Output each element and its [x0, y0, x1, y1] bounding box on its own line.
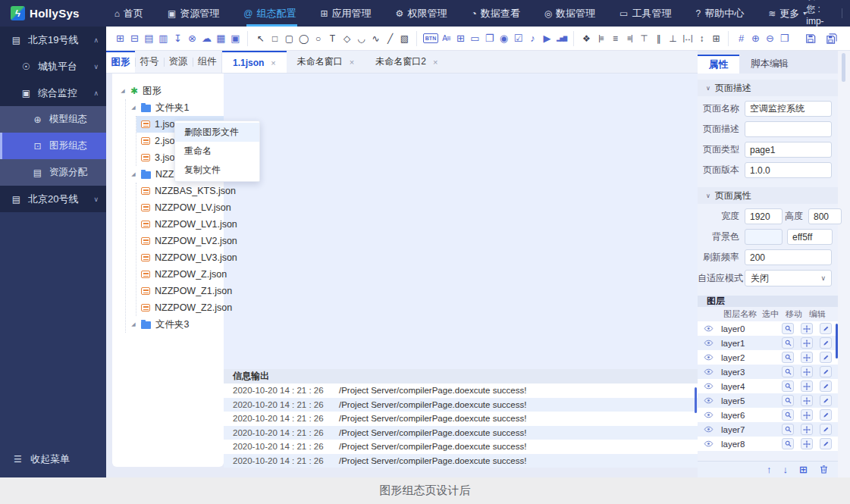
- context-menu-item[interactable]: 复制文件: [175, 161, 259, 180]
- zoom-out-icon[interactable]: ⊖: [764, 31, 776, 46]
- visibility-eye-icon[interactable]: [704, 352, 714, 362]
- align-bottom-icon[interactable]: ⊥: [667, 31, 679, 46]
- sidebar-item-line20[interactable]: ▤ 北京20号线 ∨: [0, 186, 106, 212]
- layer-row[interactable]: layer8: [698, 437, 838, 451]
- tree-file[interactable]: NZZPOW_Z1.json: [136, 283, 224, 299]
- message-scrollbar[interactable]: [695, 387, 697, 413]
- section-page-description[interactable]: ∨ 页面描述: [698, 80, 838, 96]
- tree-file[interactable]: NZZPOW_LV2.json: [136, 233, 224, 249]
- select-cursor-icon[interactable]: ↖: [254, 31, 267, 46]
- file-copy-icon[interactable]: ▣: [229, 31, 242, 46]
- visibility-eye-icon[interactable]: [704, 410, 714, 420]
- tab-symbols[interactable]: 符号: [135, 51, 164, 73]
- page-scrollbar-track[interactable]: [838, 51, 850, 477]
- section-page-properties[interactable]: ∨ 页面属性: [698, 187, 838, 204]
- layer-edit-button[interactable]: [820, 366, 832, 377]
- layer-select-button[interactable]: [782, 409, 794, 421]
- layer-select-button[interactable]: [782, 337, 794, 349]
- visibility-eye-icon[interactable]: [704, 367, 714, 377]
- layer-move-button[interactable]: [801, 438, 813, 449]
- tab-graphics[interactable]: 图形: [106, 51, 135, 73]
- align-top-icon[interactable]: ⊤: [638, 31, 651, 46]
- polygon-tool-icon[interactable]: ◇: [340, 31, 353, 46]
- page-version-input[interactable]: [745, 162, 832, 178]
- context-menu-item[interactable]: 删除图形文件: [175, 123, 259, 142]
- layer-delete-icon[interactable]: [819, 465, 829, 474]
- layer-move-button[interactable]: [801, 395, 813, 406]
- layer-edit-button[interactable]: [820, 380, 832, 392]
- doc-tab-1-1json[interactable]: 1.1json ×: [222, 51, 287, 73]
- tree-file[interactable]: NZZBAS_KTS.json: [136, 183, 224, 199]
- page-desc-input[interactable]: [745, 121, 832, 137]
- tree-file[interactable]: NZZPOW_LV1.json: [136, 216, 224, 233]
- layer-edit-button[interactable]: [820, 337, 832, 349]
- nav-help-center[interactable]: ?帮助中心: [695, 0, 748, 27]
- video-widget-icon[interactable]: ▶: [541, 31, 554, 46]
- align-left-icon[interactable]: |≡: [594, 31, 607, 46]
- visibility-eye-icon[interactable]: [704, 396, 714, 405]
- tree-root[interactable]: ◢ ✱ 图形: [112, 83, 224, 99]
- radio-widget-icon[interactable]: ◉: [497, 31, 510, 46]
- adaptive-mode-select[interactable]: 关闭 ∨: [745, 270, 832, 286]
- checkbox-widget-icon[interactable]: ☑: [512, 31, 525, 46]
- layer-edit-button[interactable]: [820, 409, 832, 421]
- visibility-eye-icon[interactable]: [704, 439, 714, 449]
- layer-move-button[interactable]: [801, 409, 813, 421]
- audio-widget-icon[interactable]: ♪: [526, 31, 539, 46]
- layer-select-button[interactable]: [782, 352, 794, 363]
- layer-row[interactable]: layer0: [698, 321, 838, 336]
- expand-arrow-icon[interactable]: ◢: [130, 105, 136, 111]
- align-center-icon[interactable]: ≡: [609, 31, 622, 46]
- save-all-icon[interactable]: [826, 31, 838, 46]
- visibility-eye-icon[interactable]: [704, 324, 714, 333]
- visibility-eye-icon[interactable]: [704, 424, 714, 434]
- tab-script-editor[interactable]: 脚本编辑: [739, 55, 800, 74]
- nav-permission-management[interactable]: ⚙权限管理: [396, 0, 451, 27]
- layer-select-button[interactable]: [782, 323, 794, 334]
- nav-more[interactable]: ≋更多▾: [768, 0, 806, 27]
- circle-tool-icon[interactable]: ◯: [297, 31, 310, 46]
- import-icon[interactable]: ↧: [171, 31, 184, 46]
- expand-arrow-icon[interactable]: ◢: [130, 171, 136, 177]
- bg-color-input[interactable]: [787, 229, 833, 245]
- sidebar-item-resource-allocation[interactable]: ▤ 资源分配: [0, 159, 106, 186]
- close-icon[interactable]: ×: [350, 58, 354, 67]
- layer-move-button[interactable]: [801, 424, 813, 435]
- save-icon[interactable]: [805, 31, 817, 46]
- doc-tab-unnamed-window[interactable]: 未命名窗口 ×: [287, 51, 365, 73]
- distribute-h-icon[interactable]: |↔|: [681, 31, 694, 46]
- visibility-eye-icon[interactable]: [704, 381, 714, 391]
- layer-move-button[interactable]: [801, 352, 813, 363]
- nav-resource-management[interactable]: ▣资源管理: [168, 0, 223, 27]
- layer-row[interactable]: layer4: [698, 379, 838, 393]
- copy-widget-icon[interactable]: ❐: [483, 31, 496, 46]
- tab-resources[interactable]: 资源: [164, 51, 193, 73]
- layer-edit-button[interactable]: [820, 438, 832, 449]
- image-tool-icon[interactable]: ▧: [398, 31, 411, 46]
- layer-select-button[interactable]: [782, 366, 794, 377]
- close-icon[interactable]: ×: [271, 58, 275, 67]
- tree-folder1[interactable]: ◢ 文件夹1: [126, 99, 224, 116]
- chart-widget-icon[interactable]: ▂▅▇: [555, 31, 568, 46]
- sidebar-item-line19[interactable]: ▤ 北京19号线 ∧: [0, 27, 106, 53]
- layer-add-icon[interactable]: ⊞: [799, 465, 808, 474]
- layer-move-button[interactable]: [801, 337, 813, 349]
- zoom-in-icon[interactable]: ⊕: [749, 31, 762, 46]
- sidebar-item-model-config[interactable]: ⊕ 模型组态: [0, 106, 106, 133]
- layer-select-button[interactable]: [782, 438, 794, 449]
- page-name-input[interactable]: [745, 101, 832, 117]
- ellipse-tool-icon[interactable]: ○: [312, 31, 325, 46]
- close-circle-icon[interactable]: ⊗: [186, 31, 199, 46]
- arc-tool-icon[interactable]: ◡: [355, 31, 368, 46]
- layer-select-button[interactable]: [782, 424, 794, 435]
- grid-icon[interactable]: #: [735, 31, 748, 46]
- close-icon[interactable]: ×: [433, 58, 438, 67]
- tab-properties[interactable]: 属性: [698, 55, 739, 74]
- doc-tab-unnamed-window2[interactable]: 未命名窗口2 ×: [365, 51, 448, 73]
- table-widget-icon[interactable]: ⊞: [454, 31, 467, 46]
- tree-file[interactable]: NZZPOW_Z.json: [136, 266, 224, 283]
- align-right-icon[interactable]: ≡|: [623, 31, 636, 46]
- sidebar-item-integrated-monitoring[interactable]: ▣ 综合监控 ∧: [0, 80, 106, 106]
- layer-down-icon[interactable]: ↓: [783, 465, 789, 474]
- expand-arrow-icon[interactable]: ◢: [120, 88, 126, 94]
